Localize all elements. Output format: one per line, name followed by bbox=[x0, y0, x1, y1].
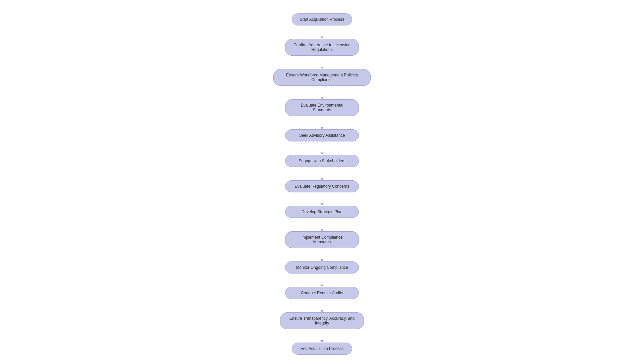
connector-8 bbox=[322, 248, 322, 261]
flow-node-start: Start Acquisition Process bbox=[292, 13, 352, 25]
flow-node-evaluate-environmental: Evaluate Environmental Standards bbox=[285, 99, 359, 116]
flow-node-monitor-ongoing: Monitor Ongoing Compliance bbox=[285, 261, 359, 274]
flow-node-implement-compliance: Implement Compliance Measures bbox=[285, 231, 359, 248]
connector-5 bbox=[322, 167, 322, 180]
flow-node-end: End Acquisition Process bbox=[292, 343, 352, 355]
connector-1 bbox=[322, 56, 322, 69]
flow-node-engage-stakeholders: Engage with Stakeholders bbox=[285, 155, 359, 167]
connector-2 bbox=[322, 86, 322, 99]
flowchart: Start Acquisition ProcessConfirm Adheren… bbox=[255, 7, 389, 361]
flow-node-evaluate-regulatory: Evaluate Regulatory Concerns bbox=[285, 180, 359, 192]
flow-node-confirm-licensing: Confirm Adherence to Licensing Regulatio… bbox=[285, 39, 359, 56]
flow-node-ensure-workforce: Ensure Workforce Management Policies Com… bbox=[273, 69, 371, 86]
connector-0 bbox=[322, 25, 322, 39]
flow-node-develop-strategic: Develop Strategic Plan bbox=[285, 206, 359, 218]
flow-node-seek-advisory: Seek Advisory Assistance bbox=[285, 129, 359, 141]
connector-10 bbox=[322, 299, 322, 312]
connector-3 bbox=[322, 116, 322, 129]
flow-node-ensure-transparency: Ensure Transparency, Accuracy, and Integ… bbox=[280, 312, 364, 329]
connector-6 bbox=[322, 192, 322, 206]
connector-7 bbox=[322, 218, 322, 231]
connector-9 bbox=[322, 274, 322, 287]
flow-node-conduct-audits: Conduct Regular Audits bbox=[285, 287, 359, 299]
connector-4 bbox=[322, 141, 322, 155]
connector-11 bbox=[322, 329, 322, 343]
